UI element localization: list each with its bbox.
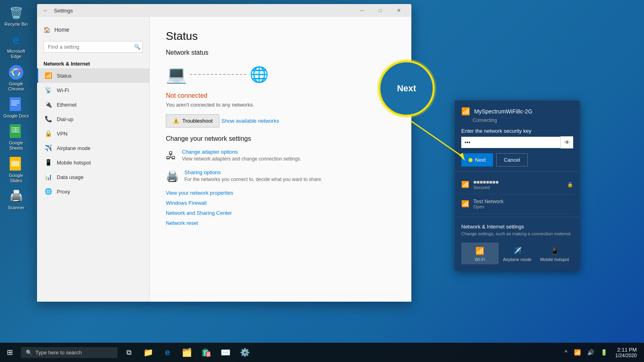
desktop-icon-scanner[interactable]: 🖨️ Scanner — [1, 187, 31, 212]
adapter-title[interactable]: Change adapter options — [182, 149, 301, 155]
search-input[interactable] — [43, 41, 143, 53]
wifi-test-info: Test Network Open — [473, 198, 504, 209]
wifi-bottom-airplane-label: Airplane mode — [503, 257, 532, 262]
troubleshoot-label: Troubleshoot — [182, 118, 213, 124]
firewall-link[interactable]: Windows Firewall — [166, 200, 395, 206]
wifi-bottom-airplane-icon: ✈️ — [513, 247, 522, 255]
sidebar-item-data-usage[interactable]: 📊 Data usage — [37, 170, 149, 184]
wifi-bottom-airplane[interactable]: ✈️ Airplane mode — [499, 243, 536, 264]
sharing-center-link[interactable]: Network and Sharing Center — [166, 210, 395, 216]
taskbar-clock[interactable]: 2:11 PM 1/24/2020 — [611, 343, 641, 362]
data-usage-label: Data usage — [57, 174, 84, 180]
settings-taskbar-icon: ⚙️ — [240, 348, 250, 357]
wifi-test-status: Open — [473, 204, 504, 209]
show-networks-link[interactable]: Show available networks — [221, 118, 279, 124]
wifi-other-left-test: 📶 Test Network Open — [461, 198, 504, 209]
desktop-icon-chrome[interactable]: Google Chrome — [1, 63, 31, 93]
desktop-icon-sheets[interactable]: Google Sheets — [1, 122, 31, 152]
start-button[interactable]: ⊞ — [0, 343, 19, 362]
taskbar-app-settings[interactable]: ⚙️ — [235, 343, 254, 362]
sidebar-item-ethernet[interactable]: 🔌 Ethernet — [37, 97, 149, 112]
wifi-connecting-status: Connecting — [473, 117, 573, 123]
wifi-bottom-wifi[interactable]: 📶 Wi-Fi — [461, 243, 499, 264]
docs-icon — [8, 97, 24, 113]
sharing-title[interactable]: Sharing options — [184, 169, 322, 175]
sidebar-section-title: Network & Internet — [37, 58, 149, 68]
back-button[interactable]: ← — [40, 6, 51, 14]
minimize-button[interactable]: ─ — [353, 4, 371, 17]
sidebar: 🏠 Home 🔍 Network & Internet 📶 Status 📡 W… — [37, 17, 150, 302]
sidebar-item-vpn[interactable]: 🔒 VPN — [37, 126, 149, 141]
airplane-icon: ✈️ — [45, 144, 52, 152]
highlight-circle: Next — [378, 60, 435, 117]
taskbar-volume-icon[interactable]: 🔊 — [585, 343, 597, 362]
desktop-icon-recycle-bin[interactable]: 🗑️ Recycle Bin — [1, 3, 31, 29]
taskbar-time: 2:11 PM — [617, 347, 637, 353]
network-diagram: 💻 🌐 — [166, 64, 395, 84]
taskbar-search[interactable]: 🔍 Type here to search — [21, 347, 118, 358]
edge-icon: e — [8, 32, 24, 48]
wifi-settings-section: Network & Internet settings Change setti… — [455, 217, 580, 271]
sidebar-item-proxy[interactable]: 🌐 Proxy — [37, 184, 149, 199]
window-title: Settings — [54, 8, 73, 14]
svg-rect-3 — [10, 97, 21, 111]
home-icon: 🏠 — [43, 27, 50, 33]
network-props-link[interactable]: View your network properties — [166, 190, 395, 196]
sidebar-item-wifi[interactable]: 📡 Wi-Fi — [37, 83, 149, 97]
adapter-icon: 🖧 — [166, 150, 176, 162]
wifi-bottom-wifi-icon: 📶 — [475, 247, 484, 255]
sidebar-item-status[interactable]: 📶 Status — [37, 68, 149, 83]
sidebar-item-airplane[interactable]: ✈️ Airplane mode — [37, 141, 149, 155]
sharing-option: 🖨️ Sharing options For the networks you … — [166, 169, 395, 183]
wifi-icon: 📡 — [45, 86, 52, 94]
desktop-icon-docs[interactable]: Google Docs — [1, 95, 31, 120]
taskbar-task-view[interactable]: ⧉ — [119, 343, 138, 362]
taskbar-app-mail[interactable]: ✉️ — [216, 343, 235, 362]
adapter-desc: View network adapters and change connect… — [182, 156, 301, 162]
main-content: Status Network status 💻 🌐 Not connected … — [150, 17, 411, 302]
ethernet-icon: 🔌 — [45, 101, 52, 108]
sidebar-item-hotspot[interactable]: 📱 Mobile hotspot — [37, 155, 149, 170]
svg-rect-11 — [15, 128, 16, 132]
wifi-secured-info: ■■■■■■■■ Secured — [473, 179, 499, 190]
wifi-button-row: Next Cancel — [461, 153, 573, 167]
wifi-other-item-secured[interactable]: 📶 ■■■■■■■■ Secured 🔒 — [461, 175, 573, 194]
troubleshoot-button[interactable]: ⚠️ Troubleshoot — [166, 114, 219, 128]
section-title: Network status — [166, 49, 395, 56]
vpn-icon: 🔒 — [45, 130, 52, 137]
taskbar-app-edge[interactable]: e — [158, 343, 177, 362]
search-icon[interactable]: 🔍 — [134, 44, 140, 50]
taskbar: ⊞ 🔍 Type here to search ⧉ 📁 e 🗂️ 🛍️ ✉️ ⚙… — [0, 343, 644, 362]
network-reset-link[interactable]: Network reset — [166, 220, 395, 226]
scanner-icon: 🖨️ — [8, 188, 24, 204]
airplane-label: Airplane mode — [57, 145, 91, 151]
explorer-icon: 📁 — [143, 348, 153, 357]
wifi-password-input[interactable] — [461, 137, 560, 148]
settings-window: ← Settings ─ □ ✕ 🏠 Home 🔍 Network & Inte… — [37, 4, 411, 302]
wifi-network-name: 📶 MySpectrumWiFi8c-2G — [461, 107, 573, 116]
desktop-icon-slides[interactable]: Google Slides — [1, 154, 31, 185]
taskbar-battery-icon[interactable]: 🔋 — [598, 343, 610, 362]
taskbar-app-store[interactable]: 🛍️ — [196, 343, 216, 362]
sharing-desc: For the networks you connect to, decide … — [184, 177, 322, 182]
laptop-icon: 💻 — [166, 64, 187, 84]
titlebar: ← Settings ─ □ ✕ — [37, 4, 411, 17]
taskbar-app-folder[interactable]: 🗂️ — [177, 343, 196, 362]
slides-label: Google Slides — [2, 173, 30, 183]
taskbar-app-explorer[interactable]: 📁 — [138, 343, 158, 362]
close-button[interactable]: ✕ — [390, 4, 408, 17]
sidebar-home[interactable]: 🏠 Home — [37, 23, 149, 36]
wifi-settings-sub: Change settings, such as making a connec… — [461, 231, 573, 236]
scanner-label: Scanner — [8, 205, 25, 210]
wifi-connecting-section: 📶 MySpectrumWiFi8c-2G Connecting Enter t… — [455, 101, 580, 172]
sidebar-item-dialup[interactable]: 📞 Dial-up — [37, 112, 149, 126]
wifi-other-item-test[interactable]: 📶 Test Network Open — [461, 194, 573, 214]
taskbar-chevron-up[interactable]: ^ — [562, 343, 570, 362]
taskbar-apps: 📁 e 🗂️ 🛍️ ✉️ ⚙️ — [138, 343, 562, 362]
taskbar-network-icon[interactable]: 📶 — [572, 343, 583, 362]
maximize-button[interactable]: □ — [371, 4, 390, 17]
wifi-bottom-hotspot[interactable]: 📱 Mobile hotspot — [536, 243, 573, 264]
wifi-cancel-button[interactable]: Cancel — [496, 153, 528, 167]
desktop-icon-edge[interactable]: e Microsoft Edge — [1, 30, 31, 61]
wifi-eye-button[interactable]: 👁 — [560, 136, 573, 148]
